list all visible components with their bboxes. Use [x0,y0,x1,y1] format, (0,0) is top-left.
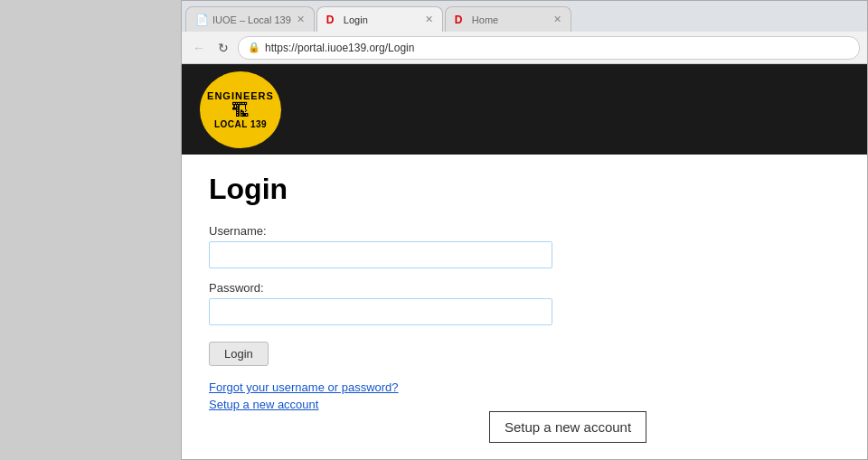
address-bar: ← ↻ 🔒 https://portal.iuoe139.org/Login [182,32,867,64]
tab-bar: 📄 IUOE – Local 139 ✕ D Login ✕ D Home ✕ [182,1,867,32]
tab-home-favicon: D [455,14,467,26]
password-input[interactable] [209,298,552,325]
tab-home-close[interactable]: ✕ [553,14,561,25]
login-area: Login Username: Password: Login Forgot y… [182,155,867,433]
tooltip-text: Setup a new account [505,419,631,435]
page-content: ENGINEERS 🏗 LOCAL 139 Login Username: Pa… [182,64,867,459]
setup-link[interactable]: Setup a new account [209,398,840,411]
tab-iuoe[interactable]: 📄 IUOE – Local 139 ✕ [185,6,315,32]
site-header: ENGINEERS 🏗 LOCAL 139 [182,64,867,155]
tab-iuoe-favicon: 📄 [195,14,208,26]
tab-iuoe-close[interactable]: ✕ [297,14,305,25]
back-button[interactable]: ← [189,39,209,57]
tab-login[interactable]: D Login ✕ [316,6,443,32]
browser-window: 📄 IUOE – Local 139 ✕ D Login ✕ D Home ✕ … [181,0,868,460]
tab-home[interactable]: D Home ✕ [445,6,571,32]
tab-login-favicon: D [326,14,339,26]
logo-crane-icon: 🏗 [231,101,250,119]
reload-button[interactable]: ↻ [214,39,232,57]
logo-badge: ENGINEERS 🏗 LOCAL 139 [200,71,281,148]
url-text: https://portal.iuoe139.org/Login [265,42,414,54]
tab-login-label: Login [344,14,420,25]
forgot-link[interactable]: Forgot your username or password? [209,380,840,394]
tab-iuoe-label: IUOE – Local 139 [212,14,291,25]
login-button[interactable]: Login [209,342,269,366]
username-input[interactable] [209,241,552,268]
password-label: Password: [209,281,840,295]
tab-home-label: Home [472,14,548,25]
url-bar[interactable]: 🔒 https://portal.iuoe139.org/Login [238,36,860,60]
lock-icon: 🔒 [248,42,260,53]
logo-text-bottom: LOCAL 139 [214,119,267,129]
username-label: Username: [209,224,840,238]
login-title: Login [209,173,840,206]
setup-tooltip: Setup a new account [489,411,646,443]
tab-login-close[interactable]: ✕ [425,14,433,25]
logo-text-top: ENGINEERS [207,90,274,101]
